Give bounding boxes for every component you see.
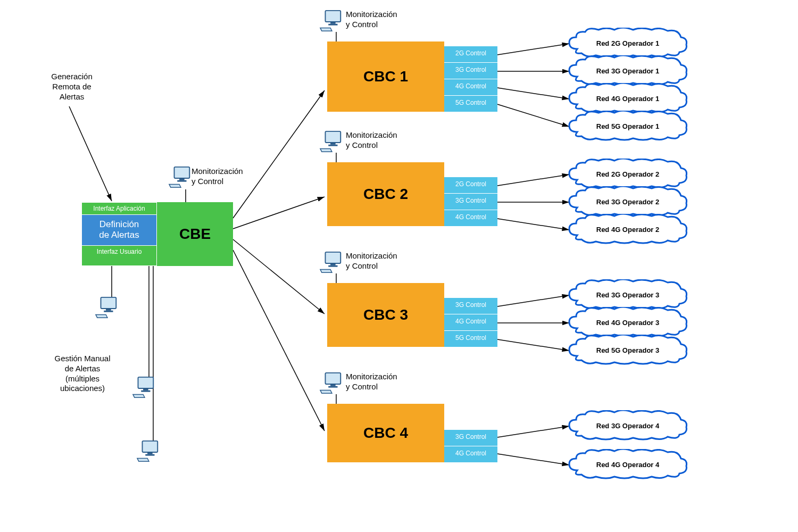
svg-rect-28 bbox=[101, 297, 117, 309]
cbc-block-4: CBC 4 3G Control 4G Control bbox=[327, 404, 497, 462]
svg-rect-48 bbox=[328, 386, 337, 388]
svg-rect-38 bbox=[330, 22, 336, 24]
svg-line-16 bbox=[497, 219, 569, 230]
ctrl: 4G Control bbox=[444, 446, 497, 462]
svg-rect-39 bbox=[328, 24, 337, 26]
svg-line-3 bbox=[233, 197, 325, 229]
cbc-block-2: CBC 2 2G Control 3G Control 4G Control bbox=[327, 162, 497, 226]
network-cloud: Red 2G Operador 2 bbox=[569, 161, 686, 188]
svg-rect-47 bbox=[330, 384, 336, 386]
network-cloud: Red 4G Operador 1 bbox=[569, 86, 686, 112]
svg-rect-44 bbox=[330, 263, 336, 265]
svg-rect-30 bbox=[104, 311, 113, 312]
label-mon-control-cbc4: Monitorizacióny Control bbox=[346, 372, 415, 392]
network-cloud: Red 3G Operador 3 bbox=[569, 282, 686, 309]
label-mon-control-cbe: Monitorizacióny Control bbox=[192, 167, 261, 187]
label-mon-control-cbc3: Monitorizacióny Control bbox=[346, 251, 415, 271]
svg-rect-34 bbox=[143, 441, 158, 452]
ctrl: 2G Control bbox=[444, 46, 497, 62]
cbc-controls-1: 2G Control 3G Control 4G Control 5G Cont… bbox=[444, 41, 497, 112]
svg-rect-26 bbox=[179, 178, 185, 180]
ctrl: 4G Control bbox=[444, 79, 497, 95]
cbc-title-3: CBC 3 bbox=[327, 283, 444, 347]
svg-line-5 bbox=[233, 250, 325, 431]
svg-rect-46 bbox=[326, 373, 341, 384]
ctrl: 5G Control bbox=[444, 95, 497, 112]
computer-icon bbox=[168, 165, 193, 189]
label-gestion-manual: Gestión Manualde Alertas(múltiplesubicac… bbox=[45, 354, 120, 394]
network-cloud: Red 3G Operador 1 bbox=[569, 58, 686, 85]
svg-rect-32 bbox=[143, 388, 148, 390]
computer-icon bbox=[319, 129, 344, 154]
cbc-controls-4: 3G Control 4G Control bbox=[444, 404, 497, 462]
svg-rect-36 bbox=[145, 454, 154, 456]
svg-line-4 bbox=[233, 239, 325, 314]
svg-rect-45 bbox=[328, 265, 337, 267]
cbc-title-2: CBC 2 bbox=[327, 162, 444, 226]
cbe-title: CBE bbox=[157, 202, 233, 266]
ctrl: 5G Control bbox=[444, 330, 497, 347]
svg-rect-29 bbox=[106, 309, 111, 311]
ctrl: 3G Control bbox=[444, 193, 497, 210]
svg-rect-41 bbox=[330, 143, 336, 145]
svg-rect-33 bbox=[141, 390, 150, 392]
cbe-interfaz-app: Interfaz Aplicación bbox=[82, 203, 156, 215]
network-cloud: Red 3G Operador 2 bbox=[569, 189, 686, 215]
computer-icon bbox=[319, 371, 344, 395]
svg-line-13 bbox=[497, 104, 569, 127]
network-cloud: Red 4G Operador 4 bbox=[569, 452, 686, 478]
label-mon-control-cbc1: Monitorizacióny Control bbox=[346, 10, 415, 30]
svg-rect-42 bbox=[328, 145, 337, 146]
computer-icon bbox=[95, 295, 119, 320]
cbe-block: Interfaz Aplicación Definiciónde Alertas… bbox=[81, 202, 233, 266]
computer-icon bbox=[132, 375, 156, 400]
svg-rect-25 bbox=[174, 167, 190, 178]
svg-line-12 bbox=[497, 88, 569, 99]
svg-rect-27 bbox=[177, 180, 186, 182]
ctrl: 2G Control bbox=[444, 177, 497, 193]
cbc-block-3: CBC 3 3G Control 4G Control 5G Control bbox=[327, 283, 497, 347]
ctrl: 3G Control bbox=[444, 429, 497, 446]
network-cloud: Red 5G Operador 1 bbox=[569, 113, 686, 140]
cbc-block-1: CBC 1 2G Control 3G Control 4G Control 5… bbox=[327, 41, 497, 112]
label-mon-control-cbc2: Monitorizacióny Control bbox=[346, 130, 415, 151]
svg-line-2 bbox=[233, 90, 325, 218]
ctrl: 3G Control bbox=[444, 62, 497, 79]
svg-rect-31 bbox=[138, 377, 154, 388]
svg-line-20 bbox=[497, 426, 569, 437]
svg-rect-37 bbox=[326, 11, 341, 22]
svg-rect-43 bbox=[326, 252, 341, 263]
network-cloud: Red 2G Operador 1 bbox=[569, 30, 686, 57]
svg-line-19 bbox=[497, 339, 569, 351]
cbe-interfaz-usuario: Interfaz Usuario bbox=[82, 246, 156, 257]
svg-line-14 bbox=[497, 174, 569, 186]
svg-line-21 bbox=[497, 454, 569, 465]
label-gen-remota: GeneraciónRemota deAlertas bbox=[37, 72, 106, 102]
svg-rect-40 bbox=[326, 131, 341, 143]
cbe-definicion-alertas: Definiciónde Alertas bbox=[82, 215, 156, 246]
svg-rect-35 bbox=[147, 452, 153, 454]
computer-icon bbox=[136, 439, 161, 463]
computer-icon bbox=[319, 9, 344, 33]
cbc-controls-3: 3G Control 4G Control 5G Control bbox=[444, 283, 497, 347]
svg-line-17 bbox=[497, 295, 569, 306]
network-cloud: Red 4G Operador 3 bbox=[569, 310, 686, 336]
ctrl: 3G Control bbox=[444, 297, 497, 314]
ctrl: 4G Control bbox=[444, 314, 497, 330]
cbe-interfaces: Interfaz Aplicación Definiciónde Alertas… bbox=[81, 202, 157, 266]
cbc-controls-2: 2G Control 3G Control 4G Control bbox=[444, 162, 497, 226]
network-cloud: Red 5G Operador 3 bbox=[569, 337, 686, 364]
network-cloud: Red 3G Operador 4 bbox=[569, 413, 686, 439]
cbc-title-4: CBC 4 bbox=[327, 404, 444, 462]
computer-icon bbox=[319, 250, 344, 275]
network-cloud: Red 4G Operador 2 bbox=[569, 217, 686, 243]
svg-line-10 bbox=[497, 44, 569, 55]
ctrl: 4G Control bbox=[444, 210, 497, 226]
svg-line-0 bbox=[69, 106, 112, 201]
cbc-title-1: CBC 1 bbox=[327, 41, 444, 112]
